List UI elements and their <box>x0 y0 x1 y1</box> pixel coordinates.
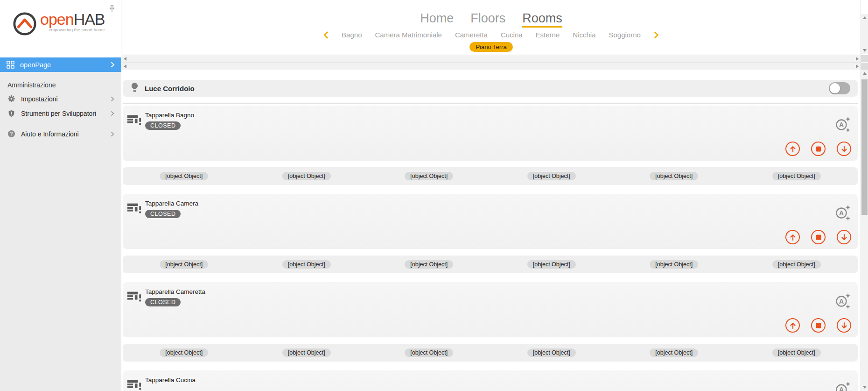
preset-button[interactable]: [object Object] <box>772 348 821 357</box>
preset-button[interactable]: [object Object] <box>282 260 331 269</box>
shutter-down-button[interactable] <box>837 318 851 333</box>
preset-button[interactable]: [object Object] <box>527 260 576 269</box>
shutter-up-button[interactable] <box>785 318 800 333</box>
help-icon: ? <box>7 130 16 138</box>
preset-button[interactable]: [object Object] <box>527 348 576 357</box>
chevron-right-icon <box>111 131 114 137</box>
scroll-up-icon[interactable] <box>863 72 867 75</box>
scroll-right-icon[interactable] <box>856 64 859 68</box>
scroll-left-icon[interactable] <box>124 57 126 61</box>
room-tab[interactable]: Camera Matrimoniale <box>375 31 441 39</box>
scroll-down-icon[interactable] <box>863 49 867 52</box>
preset-cell: [object Object] <box>735 260 858 269</box>
room-next-icon[interactable] <box>654 31 659 39</box>
tab-rooms[interactable]: Rooms <box>522 11 562 28</box>
preset-cell: [object Object] <box>368 348 490 357</box>
roller-shutter-icon <box>126 377 141 391</box>
scrollbar-thumb[interactable] <box>861 79 868 215</box>
shutter-card: Tapparella Cameretta CLOSED A <box>123 282 858 337</box>
auto-mode-icon[interactable]: A <box>834 204 851 224</box>
sidebar-item-label: Impostazioni <box>21 95 58 103</box>
shutter-title: Tapparella Cucina <box>145 377 196 384</box>
sidebar-item-impostazioni[interactable]: Impostazioni <box>0 92 121 106</box>
preset-cell: [object Object] <box>613 172 735 180</box>
preset-button[interactable]: [object Object] <box>282 348 331 357</box>
shutter-buttons <box>785 142 851 156</box>
room-tab[interactable]: Cameretta <box>455 31 488 39</box>
room-tab-list: BagnoCamera MatrimonialeCamerettaCucinaE… <box>342 31 641 39</box>
room-tab[interactable]: Bagno <box>342 31 362 39</box>
sidebar-admin-group: Amministrazione Impostazioni <box>0 72 121 391</box>
shutter-stop-button[interactable] <box>811 318 826 333</box>
room-tab[interactable]: Nicchia <box>573 31 595 39</box>
room-tab[interactable]: Cucina <box>501 31 523 39</box>
floor-badge[interactable]: Piano Terra <box>469 42 512 52</box>
preset-button[interactable]: [object Object] <box>160 172 208 180</box>
toggle-knob <box>830 83 840 93</box>
horizontal-scrollbar[interactable] <box>122 62 861 70</box>
shutter-down-button[interactable] <box>837 230 851 244</box>
room-tab[interactable]: Esterne <box>536 31 560 39</box>
roller-shutter-icon <box>126 113 141 128</box>
preset-button[interactable]: [object Object] <box>160 260 208 269</box>
auto-mode-icon[interactable]: A <box>834 381 851 391</box>
shutter-title: Tapparella Cameretta <box>145 288 205 295</box>
shutter-buttons <box>785 318 851 333</box>
shutter-block: Tapparella Cucina A <box>123 370 858 391</box>
preset-cell: [object Object] <box>245 260 368 269</box>
scroll-down-icon[interactable] <box>863 386 867 389</box>
scrollbar-column <box>861 0 868 391</box>
preset-button[interactable]: [object Object] <box>405 260 453 269</box>
scroll-up-icon[interactable] <box>863 16 867 19</box>
shutter-up-button[interactable] <box>785 230 800 244</box>
preset-strip: [object Object][object Object][object Ob… <box>123 167 858 185</box>
light-row-luce-corridoio: Luce Corridoio <box>123 80 858 97</box>
shutter-stop-button[interactable] <box>811 230 826 244</box>
logo-hab-text: HAB <box>74 10 105 28</box>
preset-button[interactable]: [object Object] <box>650 172 698 180</box>
sidebar-item-aiuto[interactable]: ? Aiuto e Informazioni <box>0 127 121 141</box>
horizontal-scrollbar[interactable] <box>122 55 861 62</box>
svg-text:A: A <box>839 386 844 391</box>
shutter-stop-button[interactable] <box>811 142 826 156</box>
light-toggle[interactable] <box>829 82 850 94</box>
shield-icon <box>7 109 16 118</box>
openhab-logo: openHAB empowering the smart home <box>12 11 105 36</box>
view-tab-bar: Home Floors Rooms <box>122 0 861 28</box>
room-tab[interactable]: Soggiorno <box>609 31 641 39</box>
svg-text:A: A <box>839 298 844 305</box>
scrollbar-corner <box>861 62 868 70</box>
shutter-down-button[interactable] <box>837 142 851 156</box>
shutter-buttons <box>785 230 851 244</box>
room-prev-icon[interactable] <box>323 31 329 39</box>
auto-mode-icon[interactable]: A <box>834 292 851 312</box>
auto-mode-icon[interactable]: A <box>834 116 851 135</box>
sidebar-section-label: Amministrazione <box>0 72 121 92</box>
preset-button[interactable]: [object Object] <box>160 348 208 357</box>
pin-icon[interactable] <box>108 5 116 13</box>
svg-text:A: A <box>839 209 844 217</box>
tab-home[interactable]: Home <box>420 11 454 28</box>
preset-button[interactable]: [object Object] <box>772 260 821 269</box>
sidebar-item-label: Aiuto e Informazioni <box>21 130 79 138</box>
shutter-block: Tapparella Cameretta CLOSED A <box>123 282 858 362</box>
shutter-block: Tapparella Bagno CLOSED A <box>123 106 858 185</box>
sidebar-item-strumenti[interactable]: Strumenti per Sviluppatori <box>0 106 121 121</box>
sidebar-item-openpage[interactable]: openPage <box>0 57 121 72</box>
preset-button[interactable]: [object Object] <box>650 260 698 269</box>
preset-button[interactable]: [object Object] <box>282 172 331 180</box>
scroll-right-icon[interactable] <box>856 57 859 61</box>
preset-button[interactable]: [object Object] <box>405 348 453 357</box>
scroll-left-icon[interactable] <box>124 64 126 68</box>
preset-button[interactable]: [object Object] <box>772 172 821 180</box>
main-vertical-scrollbar[interactable] <box>861 70 868 391</box>
shutter-up-button[interactable] <box>785 142 800 156</box>
preset-button[interactable]: [object Object] <box>527 172 576 180</box>
preset-button[interactable]: [object Object] <box>650 348 698 357</box>
header-vertical-scrollbar[interactable] <box>861 14 868 54</box>
lightbulb-icon <box>130 82 139 94</box>
room-tab-bar: BagnoCamera MatrimonialeCamerettaCucinaE… <box>122 31 861 39</box>
gear-icon <box>7 95 16 103</box>
tab-floors[interactable]: Floors <box>470 11 505 28</box>
preset-button[interactable]: [object Object] <box>405 172 453 180</box>
